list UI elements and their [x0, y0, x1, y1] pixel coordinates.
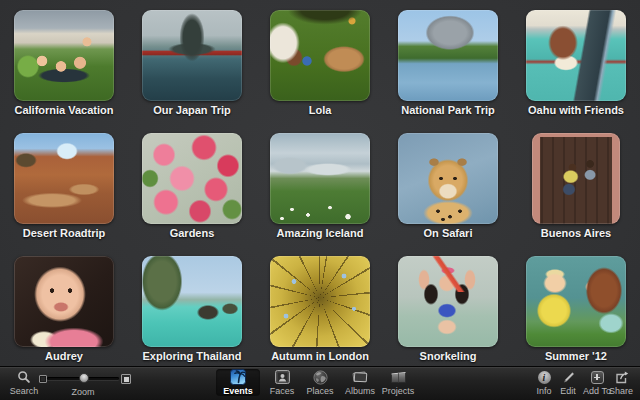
event-item[interactable]: Desert Roadtrip — [0, 123, 128, 246]
event-thumbnail[interactable] — [270, 256, 370, 347]
events-icon — [216, 369, 260, 385]
event-label: Gardens — [170, 227, 215, 239]
event-thumbnail[interactable] — [270, 10, 370, 101]
event-item[interactable]: Buenos Aires — [512, 123, 640, 246]
event-item[interactable]: Lola — [256, 0, 384, 123]
toolbar: Search Zoom — [0, 366, 640, 400]
iphoto-window: California Vacation Our Japan Trip Lola … — [0, 0, 640, 400]
tab-events[interactable]: Events — [216, 369, 260, 396]
projects-icon — [376, 369, 420, 385]
places-icon — [298, 369, 342, 385]
event-label: Exploring Thailand — [142, 350, 241, 362]
event-label: California Vacation — [14, 104, 113, 116]
event-thumbnail[interactable] — [142, 256, 242, 347]
event-label: Amazing Iceland — [277, 227, 364, 239]
event-thumbnail[interactable] — [532, 133, 620, 224]
event-thumbnail[interactable] — [14, 133, 114, 224]
tab-events-label: Events — [216, 386, 260, 396]
event-item[interactable]: Snorkeling — [384, 246, 512, 369]
event-item[interactable]: Audrey — [0, 246, 128, 369]
event-thumbnail[interactable] — [142, 133, 242, 224]
tab-places-label: Places — [298, 386, 342, 396]
event-item[interactable]: California Vacation — [0, 0, 128, 123]
event-thumbnail[interactable] — [142, 10, 242, 101]
share-icon — [604, 369, 638, 385]
share-button[interactable]: Share — [604, 369, 638, 396]
event-label: Desert Roadtrip — [23, 227, 106, 239]
event-label: National Park Trip — [401, 104, 495, 116]
event-label: Oahu with Friends — [528, 104, 624, 116]
event-label: Autumn in London — [271, 350, 369, 362]
event-item[interactable]: Exploring Thailand — [128, 246, 256, 369]
event-thumbnail[interactable] — [526, 10, 626, 101]
event-item[interactable]: Our Japan Trip — [128, 0, 256, 123]
event-thumbnail[interactable] — [398, 256, 498, 347]
event-item[interactable]: On Safari — [384, 123, 512, 246]
event-item[interactable]: Autumn in London — [256, 246, 384, 369]
search-label: Search — [8, 386, 40, 396]
events-grid: California Vacation Our Japan Trip Lola … — [0, 0, 640, 367]
event-label: Lola — [309, 104, 332, 116]
search-button[interactable]: Search — [8, 369, 40, 396]
zoom-slider-thumb[interactable] — [79, 373, 89, 383]
event-label: On Safari — [424, 227, 473, 239]
tab-projects-label: Projects — [376, 386, 420, 396]
event-thumbnail[interactable] — [14, 10, 114, 101]
zoom-label: Zoom — [47, 387, 119, 397]
event-item[interactable]: Summer '12 — [512, 246, 640, 369]
event-thumbnail[interactable] — [398, 10, 498, 101]
event-item[interactable]: Amazing Iceland — [256, 123, 384, 246]
event-label: Audrey — [45, 350, 83, 362]
event-item[interactable]: Gardens — [128, 123, 256, 246]
search-icon — [8, 369, 40, 385]
tab-projects[interactable]: Projects — [376, 369, 420, 396]
share-label: Share — [604, 386, 638, 396]
tab-places[interactable]: Places — [298, 369, 342, 396]
event-label: Buenos Aires — [541, 227, 612, 239]
event-thumbnail[interactable] — [526, 256, 626, 347]
event-item[interactable]: Oahu with Friends — [512, 0, 640, 123]
event-label: Summer '12 — [545, 350, 607, 362]
event-item[interactable]: National Park Trip — [384, 0, 512, 123]
event-label: Our Japan Trip — [153, 104, 231, 116]
zoom-out-icon[interactable] — [39, 375, 47, 383]
event-thumbnail[interactable] — [14, 256, 114, 347]
event-thumbnail[interactable] — [398, 133, 498, 224]
event-thumbnail[interactable] — [270, 133, 370, 224]
zoom-in-icon[interactable] — [121, 374, 131, 384]
event-label: Snorkeling — [420, 350, 477, 362]
